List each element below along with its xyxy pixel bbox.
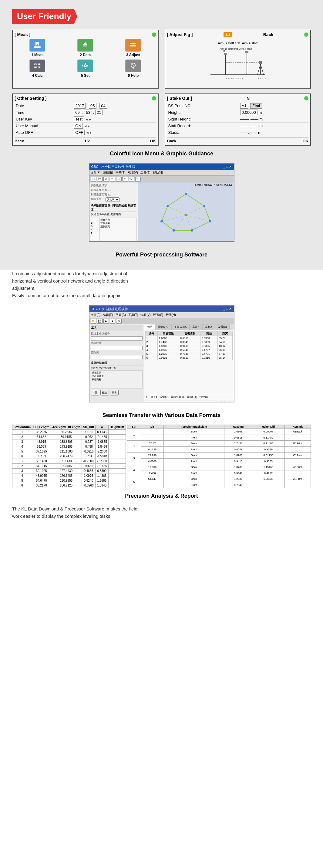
sw1-content: 参数设置 工具 到基准面距离 5.3 到基准面距离 6.2 坐标系统： 为北京 … [90, 182, 234, 242]
sw1-right-panel: 42919.94342, 19479.75414 [138, 182, 234, 242]
sw2-results-panel: 观测高差 改正后高差 平差高程 [91, 370, 142, 389]
svg-line-56 [168, 206, 186, 215]
stake-out-ok[interactable]: OK [303, 139, 309, 143]
software-screenshot-1: GBC - 水准网平差软件 学生版 _ □ ✕ 文件(F) 编辑(E) 平差(T… [89, 163, 234, 242]
sw1-menubar: 文件(F) 编辑(E) 平差(T) 观测(V) 工具(T) 帮助(H) [90, 170, 234, 176]
sw1-btn-3[interactable]: 🖨 [103, 177, 109, 182]
sw2-btn-1[interactable]: 📂 [91, 319, 96, 323]
meas-icon-1 [29, 39, 45, 52]
sw2-btn-5[interactable]: ⊕ [116, 319, 122, 323]
sw1-btn-2[interactable]: 💾 [97, 177, 102, 182]
meas-label-6: 6 Help [128, 73, 139, 78]
sw2-menu-view[interactable]: 查看(V) [140, 313, 151, 317]
adjust-status-indicator [304, 32, 309, 37]
sw2-btn-2[interactable]: 💾 [97, 319, 102, 323]
right-table-row: 4 17.396 Back 1.0736 1.15466 A1Print [127, 464, 311, 470]
sw1-menu-adjust[interactable]: 平差(T) [116, 170, 126, 175]
sw2-table-row: 31.87800.94150.936548.92 [145, 344, 232, 348]
stake-out-back[interactable]: Back [167, 139, 176, 143]
stake-value-bspoint: A1 Find [239, 102, 309, 109]
sw2-tab-result[interactable]: 平差成果X [171, 324, 190, 330]
meas-item-1[interactable]: 1 Meas [14, 39, 60, 57]
sw2-menu-tools[interactable]: 工具(T) [128, 313, 138, 317]
sw2-export-btn[interactable]: 输出 [110, 390, 119, 396]
table-row: 537.1895211.1080-0.0915-2.2350 [12, 449, 126, 454]
adjust-fig-back[interactable]: Back [263, 32, 273, 37]
sw1-menu-observe[interactable]: 观测(V) [128, 170, 138, 175]
meas-item-4[interactable]: + × - ÷ 4 Calc [14, 60, 60, 78]
right-table-row: Front 0.6818 0.11482 [127, 435, 311, 441]
sw2-prev-btn[interactable]: 观测>> [160, 395, 168, 399]
sw1-btn-8[interactable]: 🔍- [135, 177, 141, 182]
svg-text:a around 15-20m: a around 15-20m [226, 77, 244, 80]
meas-item-5[interactable]: 5 Set [62, 60, 108, 78]
coord-system-select[interactable]: 为北京 [105, 197, 120, 202]
other-setting-indicator [152, 96, 156, 100]
section4-title: Precision Analysis & Report [0, 493, 323, 499]
sw1-btn-7[interactable]: 🔍+ [129, 177, 134, 182]
setting-value-date: 2017 . 05 . 04 [72, 102, 156, 109]
sw2-table-row: 21.74380.80490.938964.68 [145, 340, 232, 344]
svg-line-31 [261, 64, 264, 75]
sw2-tab-elev[interactable]: 高程X [202, 324, 215, 330]
meas-item-3[interactable]: 3 Adjust [110, 39, 156, 57]
svg-text:+: + [35, 63, 36, 66]
sw1-menu-file[interactable]: 文件(F) [91, 170, 101, 175]
setting-label-userkey: User Key [14, 116, 72, 123]
data-tables-section: StationNum SD_Length AccSightDstLength S… [0, 425, 323, 488]
sw2-btn-4[interactable]: ■ [110, 319, 115, 323]
setting-value-autooff: OFF ◄► [72, 129, 156, 136]
other-setting-footer: Back 1/2 OK [14, 137, 156, 143]
sw2-tab-obs[interactable]: 观测X(A) [155, 324, 171, 330]
table-row: 135.233635.23360.11360.1135 [12, 430, 126, 435]
sw2-menu-settings[interactable]: 设置(S) [153, 313, 163, 317]
sw2-tab-settings[interactable]: 设置(S) [215, 324, 230, 330]
stake-out-title: [ Stake Out ] [167, 96, 192, 101]
sw1-btn-1[interactable]: 📄 [91, 177, 96, 182]
sw2-table-row: 41.07360.59490.478736.09 [145, 348, 232, 352]
meas-label-3: 3 Adjust [126, 53, 140, 57]
sw2-tab-station[interactable]: 测站 [144, 324, 155, 330]
other-setting-back[interactable]: Back [14, 139, 24, 143]
sw2-tabs: 测站 观测X(A) 平差成果X 高差X 高程X 设置(S) [144, 324, 234, 330]
table-row: 436.089173.9185-0.458-1.5436 [12, 444, 126, 449]
svg-text:×: × [38, 63, 39, 66]
svg-rect-28 [245, 51, 248, 53]
right-table-row: 8.1136 Front 0.8049 0.9389 [127, 446, 311, 453]
sw2-menu-help[interactable]: 帮助(H) [166, 313, 176, 317]
svg-rect-26 [224, 53, 227, 55]
svg-rect-17 [85, 63, 86, 64]
sw2-calc-btn[interactable]: 计算 [91, 390, 99, 396]
sw1-btn-5[interactable]: 📋 [116, 177, 122, 182]
sw2-table-area: 编号 后视读数 前视读数 高差 距离 11.68080.68180.999035… [144, 330, 234, 394]
find-button[interactable]: Find [250, 103, 262, 108]
other-setting-ok[interactable]: OK [150, 139, 156, 143]
sw2-total-dist[interactable] [91, 355, 142, 359]
table-row: 264.68289.9155-0.262-0.1485 [12, 435, 126, 439]
sw2-start-point[interactable] [91, 336, 142, 341]
sw1-btn-6[interactable]: ↩ [123, 177, 128, 182]
meas-item-2[interactable]: 2 Data [62, 39, 108, 57]
stake-row-staff: Staff Record: ——-.—— m [167, 123, 309, 129]
sw2-menu-file[interactable]: 文件(F) [91, 313, 101, 317]
adjust-instruction: Aim B staff first. Aim A staff [218, 41, 257, 45]
meas-label-2: 2 Data [80, 53, 91, 57]
sw1-toolbar: 📄 💾 🖨 ✂ 📋 ↩ 🔍+ 🔍- [90, 176, 234, 182]
svg-text:Aim B staff first. Aim A staff: Aim B staff first. Aim A staff [220, 48, 252, 51]
stake-out-header: [ Stake Out ] N [167, 96, 309, 101]
sw2-segment-count[interactable] [91, 346, 142, 350]
sw2-tab-diff[interactable]: 高差X [190, 324, 202, 330]
sw2-menu-edit[interactable]: 编辑(E) [103, 313, 113, 317]
sw2-menu-adjust[interactable]: 平差(C) [116, 313, 126, 317]
other-setting-title: [ Other Setting ] [14, 96, 47, 101]
sw1-menu-tools[interactable]: 工具(T) [140, 170, 151, 175]
other-setting-screen: [ Other Setting ] Date 2017 . 05 . 04 Ti… [12, 93, 159, 146]
sw1-btn-4[interactable]: ✂ [110, 177, 115, 182]
sw1-menu-help[interactable]: 帮助(H) [153, 170, 163, 175]
sw2-title: TPY-1 水准数据处理软件 [91, 307, 128, 311]
meas-item-6[interactable]: ? 6 Help [110, 60, 156, 78]
sw1-menu-edit[interactable]: 编辑(E) [103, 170, 113, 175]
sw2-btn-3[interactable]: ▶ [103, 319, 109, 323]
sw2-report-btn[interactable]: 报告 [100, 390, 109, 396]
svg-line-51 [186, 206, 204, 215]
